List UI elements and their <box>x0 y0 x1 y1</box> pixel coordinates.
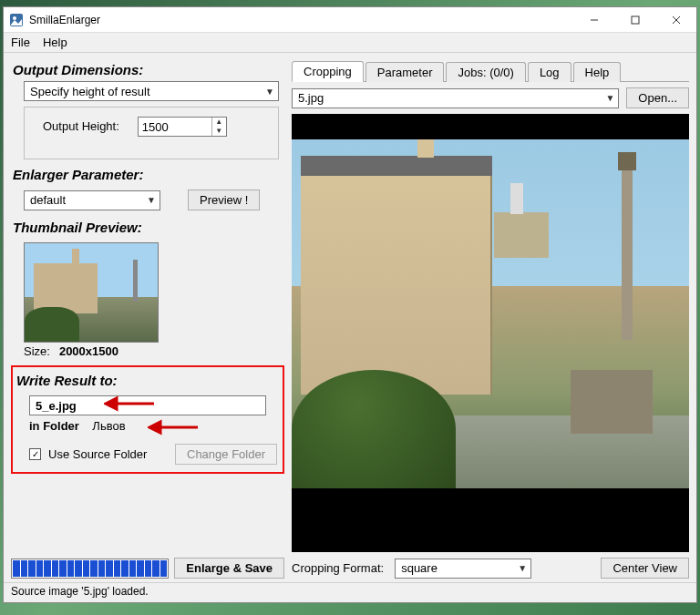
write-result-group: Write Result to: in Folder Львов ✓ Use S… <box>11 365 284 474</box>
write-result-heading: Write Result to: <box>16 373 277 388</box>
app-window: SmillaEnlarger File Help Output Dimensio… <box>3 6 697 603</box>
dimension-mode-select[interactable]: Specify height of result ▼ <box>24 81 279 101</box>
folder-value: Львов <box>92 419 125 433</box>
source-file-value: 5.jpg <box>298 91 324 105</box>
center-view-button[interactable]: Center View <box>601 558 689 579</box>
right-panel: Cropping Parameter Jobs: (0/0) Log Help … <box>292 60 689 579</box>
menu-help[interactable]: Help <box>39 34 75 51</box>
dimension-box: Output Height: ▲ ▼ <box>24 107 279 159</box>
chevron-down-icon: ▼ <box>147 195 156 205</box>
output-height-label: Output Height: <box>43 119 119 133</box>
chevron-down-icon: ▼ <box>265 87 274 97</box>
source-file-select[interactable]: 5.jpg ▼ <box>292 88 619 108</box>
output-height-input[interactable] <box>139 118 211 136</box>
annotation-arrow-icon <box>148 418 202 436</box>
output-height-spinner[interactable]: ▲ ▼ <box>138 117 227 137</box>
tab-help[interactable]: Help <box>573 62 622 82</box>
menu-file[interactable]: File <box>7 34 37 51</box>
parameter-preset-value: default <box>30 193 66 207</box>
thumbnail-size-label: Size: <box>24 344 50 358</box>
tab-parameter[interactable]: Parameter <box>365 62 445 82</box>
svg-marker-9 <box>149 422 160 433</box>
maximize-button[interactable] <box>614 7 655 32</box>
spin-up-icon[interactable]: ▲ <box>212 118 226 127</box>
minimize-button[interactable] <box>573 7 614 32</box>
in-folder-label: in Folder <box>29 419 79 433</box>
chevron-down-icon: ▼ <box>605 93 614 103</box>
dimension-mode-value: Specify height of result <box>30 85 150 98</box>
titlebar: SmillaEnlarger <box>4 7 696 33</box>
tab-jobs[interactable]: Jobs: (0/0) <box>446 62 525 82</box>
image-preview-area[interactable] <box>292 114 689 552</box>
cropping-format-value: square <box>401 561 438 575</box>
parameter-preset-select[interactable]: default ▼ <box>24 190 160 210</box>
svg-marker-7 <box>106 398 117 409</box>
window-title: SmillaEnlarger <box>29 14 573 26</box>
preview-button[interactable]: Preview ! <box>188 190 260 210</box>
output-dimensions-heading: Output Dimensions: <box>13 62 284 77</box>
tab-log[interactable]: Log <box>528 62 571 82</box>
chevron-down-icon: ▼ <box>518 563 527 573</box>
progress-bar <box>11 559 169 579</box>
cropping-format-select[interactable]: square ▼ <box>395 559 531 579</box>
thumbnail-image <box>24 242 159 343</box>
tab-cropping[interactable]: Cropping <box>292 61 364 82</box>
app-icon <box>9 13 24 27</box>
enlarger-parameter-heading: Enlarger Parameter: <box>13 167 284 182</box>
close-button[interactable] <box>655 7 696 32</box>
status-bar: Source image '5.jpg' loaded. <box>4 582 696 602</box>
tab-bar: Cropping Parameter Jobs: (0/0) Log Help <box>292 60 689 82</box>
svg-point-1 <box>13 16 16 20</box>
use-source-folder-checkbox[interactable]: ✓ <box>29 448 41 460</box>
thumbnail-size-value: 2000x1500 <box>59 344 118 358</box>
thumbnail-preview-heading: Thumbnail Preview: <box>13 220 284 235</box>
cropping-format-label: Cropping Format: <box>292 561 384 575</box>
enlarge-and-save-button[interactable]: Enlarge & Save <box>174 558 284 579</box>
left-panel: Output Dimensions: Specify height of res… <box>11 60 284 579</box>
svg-rect-3 <box>632 16 639 24</box>
use-source-folder-label: Use Source Folder <box>48 447 147 461</box>
menubar: File Help <box>4 33 696 53</box>
annotation-arrow-icon <box>104 395 159 413</box>
open-file-button[interactable]: Open... <box>626 87 689 108</box>
spin-down-icon[interactable]: ▼ <box>212 127 226 136</box>
change-folder-button[interactable]: Change Folder <box>175 444 277 465</box>
